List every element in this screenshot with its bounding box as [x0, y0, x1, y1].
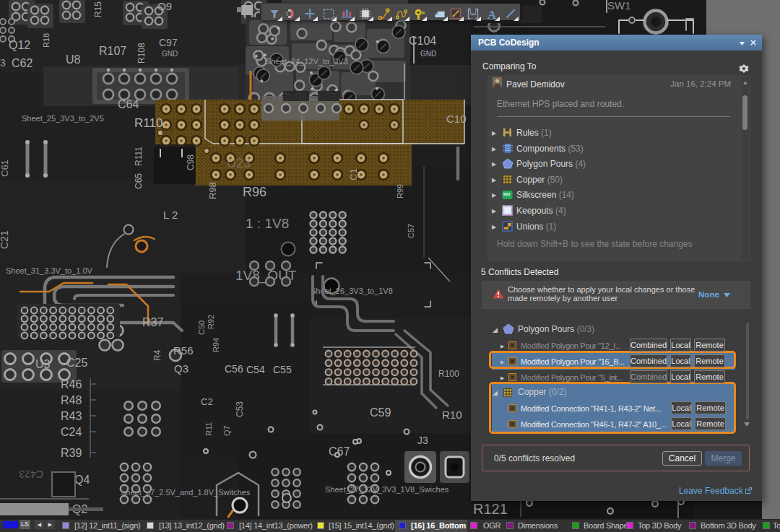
svg-text:C59: C59 [370, 406, 391, 419]
svg-text:3: 3 [0, 57, 6, 69]
svg-text:C97: C97 [159, 37, 178, 48]
svg-text:Sheet_27_12V_3V3_1V8_Swiches: Sheet_27_12V_3V3_1V8_Swiches [325, 485, 449, 494]
svg-text:R48: R48 [61, 394, 82, 406]
svg-text:R39: R39 [61, 447, 82, 459]
svg-text:C61: C61 [0, 160, 10, 177]
svg-text:R37: R37 [142, 316, 163, 328]
svg-text:3V3: 3V3 [162, 126, 173, 134]
svg-text:U3: U3 [35, 358, 51, 370]
svg-text:C53: C53 [235, 401, 245, 417]
svg-text:1 : 1V8: 1 : 1V8 [246, 216, 289, 231]
svg-text:C98: C98 [186, 154, 196, 170]
svg-text:R99: R99 [396, 184, 404, 199]
svg-text:C65: C65 [134, 173, 144, 189]
svg-text:Q12: Q12 [9, 39, 30, 51]
svg-text:R121: R121 [473, 501, 508, 517]
svg-text:R4: R4 [152, 349, 162, 361]
svg-text:Sheet_31_3.3V_to_1.0V: Sheet_31_3.3V_to_1.0V [6, 266, 93, 275]
svg-text:R10: R10 [442, 409, 462, 421]
svg-text:Q3: Q3 [174, 362, 188, 375]
svg-text:C50: C50 [197, 320, 206, 335]
svg-text:GND: GND [162, 50, 178, 58]
svg-text:Sheet_24_12V_to_3V3: Sheet_24_12V_to_3V3 [266, 57, 348, 66]
svg-text:Q7: Q7 [222, 425, 231, 436]
svg-text:C104: C104 [409, 35, 436, 47]
svg-text:C1: C1 [348, 168, 359, 180]
svg-text:R56: R56 [173, 344, 194, 357]
svg-text:R110: R110 [134, 116, 162, 130]
svg-text:J3: J3 [417, 435, 428, 446]
svg-text:C56: C56 [225, 363, 243, 375]
svg-text:R92: R92 [207, 315, 215, 329]
svg-text:R108: R108 [136, 43, 147, 64]
svg-text:C25: C25 [66, 357, 87, 369]
svg-text:R96: R96 [243, 185, 266, 199]
svg-text:C423: C423 [19, 468, 43, 480]
svg-text:C62: C62 [12, 57, 32, 69]
svg-text:Q4: Q4 [74, 474, 90, 486]
svg-text:R107: R107 [99, 45, 126, 57]
svg-text:R98: R98 [207, 182, 218, 199]
svg-text:R100: R100 [438, 369, 459, 379]
svg-text:R15: R15 [93, 1, 103, 17]
svg-text:L 2: L 2 [163, 209, 178, 221]
svg-text:R18: R18 [42, 33, 51, 48]
svg-text:C67: C67 [329, 445, 350, 458]
svg-text:R23: R23 [503, 192, 510, 196]
svg-text:A: A [488, 8, 497, 22]
svg-text:C57: C57 [407, 224, 415, 238]
svg-text:GND: GND [420, 50, 436, 58]
svg-text:R43: R43 [61, 410, 82, 422]
svg-text:C2: C2 [201, 396, 213, 407]
svg-text:U23: U23 [227, 156, 251, 170]
svg-text:R111: R111 [134, 147, 144, 166]
svg-text:Q9: Q9 [157, 0, 172, 12]
svg-text:U8: U8 [66, 53, 81, 66]
svg-text:R94: R94 [212, 338, 220, 352]
svg-text:C21: C21 [0, 230, 10, 249]
svg-text:SW1: SW1 [607, 0, 631, 12]
svg-text:Sheet_25_3V3_to_2V5: Sheet_25_3V3_to_2V5 [22, 114, 104, 123]
svg-text:C64: C64 [118, 98, 139, 110]
svg-text:R11: R11 [204, 422, 213, 436]
svg-text:C55: C55 [273, 364, 292, 375]
svg-text:R46: R46 [61, 378, 82, 391]
svg-text:C10: C10 [446, 113, 467, 125]
svg-text:C24: C24 [61, 426, 82, 438]
svg-text:C54: C54 [246, 364, 265, 375]
